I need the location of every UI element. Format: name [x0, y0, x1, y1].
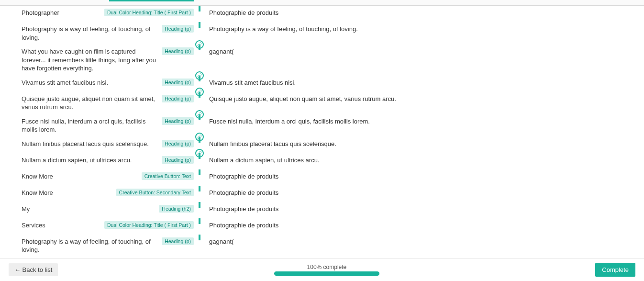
field-type-badge: Heading (p) [162, 117, 194, 125]
translation-row[interactable]: ServicesDual Color Heading: Title ( Firs… [22, 218, 644, 235]
target-text[interactable]: gagnant( [205, 237, 644, 246]
translation-row[interactable]: What you have caught on film is captured… [22, 45, 644, 76]
field-type-badge: Heading (p) [162, 47, 194, 55]
source-text: Photography is a way of feeling, of touc… [22, 25, 159, 42]
translation-row[interactable]: Know MoreCreative Button: TextPhotograph… [22, 169, 644, 186]
progress-bar [274, 271, 379, 276]
translation-row[interactable]: Fusce nisi nulla, interdum a orci quis, … [22, 114, 644, 137]
target-text[interactable]: Nullam finibus placerat lacus quis scele… [205, 140, 644, 148]
field-type-badge: Heading (p) [162, 237, 194, 245]
translation-row[interactable]: Vivamus stit amet faucibus nisi.Heading … [22, 76, 644, 92]
field-type-badge: Dual Color Heading: Title ( First Part ) [104, 9, 194, 16]
field-type-badge: Creative Button: Secondary Text [116, 189, 194, 196]
target-text[interactable]: Photographie de produits [205, 9, 644, 17]
target-text[interactable]: Photographie de produits [205, 189, 644, 197]
footer-bar: ← Back to list 100% complete Complete [0, 258, 644, 281]
field-type-badge: Dual Color Heading: Title ( First Part ) [104, 221, 194, 229]
field-type-badge: Creative Button: Text [142, 172, 194, 180]
field-type-badge: Heading (p) [162, 79, 194, 86]
progress-label: 100% complete [307, 264, 347, 270]
target-text[interactable]: Fusce nisi nulla, interdum a orci quis, … [205, 117, 644, 126]
translation-row[interactable]: Photography is a way of feeling, of touc… [22, 235, 644, 257]
target-text[interactable]: gagnant( [205, 47, 644, 56]
translation-row[interactable]: Photography is a way of feeling, of touc… [22, 22, 644, 45]
translation-row[interactable]: MyHeading (h2)Photographie de produits [22, 202, 644, 218]
progress-indicator: 100% complete [58, 264, 595, 276]
source-text: Photography is a way of feeling, of touc… [22, 237, 159, 254]
field-type-badge: Heading (p) [162, 95, 194, 102]
source-text: Fusce nisi nulla, interdum a orci quis, … [22, 117, 159, 134]
source-text: Nullam a dictum sapien, ut ultrices arcu… [22, 156, 159, 165]
target-text[interactable]: Nullam a dictum sapien, ut ultrices arcu… [205, 156, 644, 165]
source-text: Nullam finibus placerat lacus quis scele… [22, 140, 159, 148]
top-bar [0, 0, 644, 6]
source-text: Photographer [22, 9, 101, 17]
translation-row[interactable]: PhotographerDual Color Heading: Title ( … [22, 6, 644, 22]
translation-row[interactable]: Know MoreCreative Button: Secondary Text… [22, 186, 644, 202]
target-text[interactable]: Photographie de produits [205, 221, 644, 230]
source-text: My [22, 205, 156, 214]
back-to-list-button[interactable]: ← Back to list [9, 263, 58, 276]
target-text[interactable]: Photographie de produits [205, 205, 644, 214]
field-type-badge: Heading (h2) [159, 205, 194, 213]
target-text[interactable]: Photography is a way of feeling, of touc… [205, 25, 644, 34]
source-text: What you have caught on film is captured… [22, 47, 159, 73]
target-text[interactable]: Quisque justo augue, aliquet non quam si… [205, 95, 644, 103]
complete-button[interactable]: Complete [595, 263, 635, 277]
translation-content: PhotographerDual Color Heading: Title ( … [0, 6, 644, 258]
field-type-badge: Heading (p) [162, 25, 194, 33]
source-text: Quisque justo augue, aliquet non quam si… [22, 95, 159, 112]
field-type-badge: Heading (p) [162, 156, 194, 164]
source-text: Services [22, 221, 101, 230]
field-type-badge: Heading (p) [162, 140, 194, 147]
source-text: Know More [22, 189, 113, 197]
translation-row[interactable]: Quisque justo augue, aliquet non quam si… [22, 92, 644, 114]
source-text: Vivamus stit amet faucibus nisi. [22, 79, 159, 87]
translation-row[interactable]: Nullam finibus placerat lacus quis scele… [22, 137, 644, 153]
target-text[interactable]: Photographie de produits [205, 172, 644, 181]
translation-row[interactable]: Nullam a dictum sapien, ut ultrices arcu… [22, 153, 644, 169]
target-text[interactable]: Vivamus stit amet faucibus nisi. [205, 79, 644, 87]
source-text: Know More [22, 172, 139, 181]
